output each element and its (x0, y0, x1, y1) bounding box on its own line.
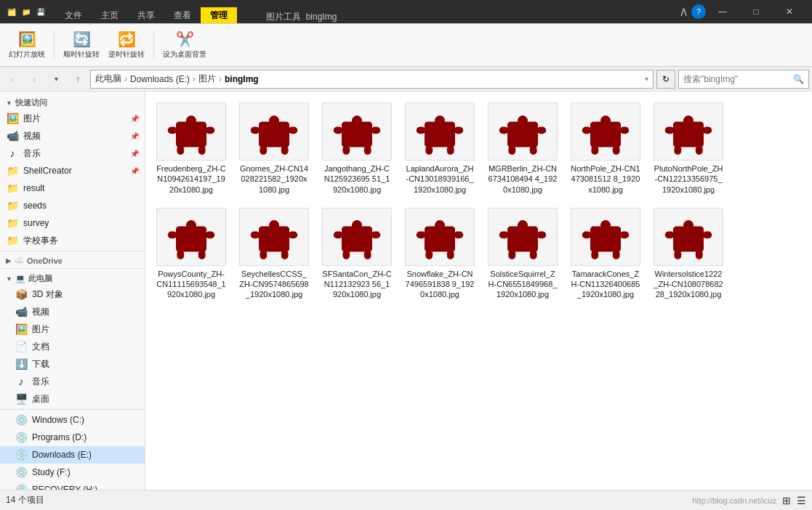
sidebar-item-music[interactable]: ♪ 音乐 📌 (0, 145, 145, 162)
view-list-icon[interactable]: ☰ (797, 495, 806, 506)
file-item[interactable]: MGRBerlin_ZH-CN6734108494 4_1920x1080.jp… (483, 97, 563, 200)
file-item[interactable]: Wintersolstice1222_ZH-CN10807868228_1920… (648, 203, 728, 305)
file-item[interactable]: NorthPole_ZH-CN1473081512 8_1920x1080.jp… (566, 97, 646, 200)
item-count: 14 个项目 (6, 494, 44, 506)
sidebar-item-musics[interactable]: ♪ 音乐 (0, 373, 145, 390)
sidebar-item-docs[interactable]: 📄 文档 (0, 338, 145, 355)
ribbon-btn-1[interactable]: 🖼️ 幻灯片放映 (9, 31, 45, 60)
file-name: SolsticeSquirrel_ZH-CN6551849968_1920x10… (488, 269, 558, 300)
sidebar-item-result-label: result (23, 183, 139, 193)
file-item[interactable]: Snowflake_ZH-CN7496591838 9_1920x1080.jp… (400, 203, 480, 305)
file-thumbnail (654, 102, 723, 161)
file-item[interactable]: Gnomes_ZH-CN14028221582_1920x1080.jpg (234, 97, 314, 200)
sidebar-item-h[interactable]: 💿 RECOVERY (H:) (0, 481, 145, 490)
svg-rect-16 (342, 145, 350, 155)
file-thumbnail (322, 208, 392, 266)
sidebar-item-3d[interactable]: 📦 3D 对象 (0, 286, 145, 303)
downloads-icon: ⬇️ (15, 358, 28, 370)
file-item[interactable]: SeychellesCCSS_ZH-CN9574865698_1920x1080… (234, 203, 314, 305)
thispc-chevron: ▼ (6, 275, 12, 283)
svg-rect-8 (289, 126, 298, 134)
ribbon-btn-2[interactable]: 🔄 顺时针旋转 (63, 31, 100, 60)
ribbon-btn-4[interactable]: ✂️ 设为桌面背景 (163, 31, 206, 60)
musics-icon: ♪ (15, 376, 28, 387)
sidebar-item-school[interactable]: 📁 学校事务 (0, 232, 145, 249)
sidebar-item-pics[interactable]: 🖼️ 图片 (0, 320, 145, 338)
refresh-button[interactable]: ↻ (656, 70, 675, 89)
ribbon-collapse-btn[interactable]: ∧ (679, 4, 688, 20)
tab-share[interactable]: 共享 (128, 7, 164, 23)
sidebar-item-downloads[interactable]: ⬇️ 下载 (0, 355, 145, 373)
onedrive-section[interactable]: ▶ ☁️ OneDrive (0, 253, 145, 267)
file-thumbnail (405, 208, 475, 266)
file-item[interactable]: SFSantaCon_ZH-CN112132923 56_1920x1080.j… (317, 203, 397, 305)
address-bar[interactable]: 此电脑 › Downloads (E:) › 图片 › bingImg ▾ (90, 70, 654, 89)
ribbon-tabs: 文件 主页 共享 查看 管理 (52, 0, 237, 23)
sidebar-item-shellcreator[interactable]: 📁 ShellCreator 📌 (0, 162, 145, 179)
pictures-icon: 🖼️ (6, 113, 19, 124)
svg-rect-10 (260, 145, 267, 155)
pin-icon-0: 📌 (130, 115, 139, 123)
maximize-button[interactable]: □ (739, 0, 773, 23)
file-thumbnail (571, 102, 640, 161)
file-item[interactable]: PlutoNorthPole_ZH-CN12213356975_1920x108… (648, 97, 728, 200)
svg-rect-40 (674, 145, 681, 155)
svg-rect-63 (417, 232, 426, 239)
file-item[interactable]: Freudenberg_ZH-CN10942614197_1920x1080.j… (151, 97, 231, 200)
tab-view[interactable]: 查看 (164, 7, 201, 23)
pics-icon: 🖼️ (15, 323, 28, 335)
music-icon: ♪ (6, 147, 19, 159)
svg-rect-46 (177, 251, 184, 260)
svg-rect-20 (454, 126, 464, 134)
sidebar-item-c[interactable]: 💿 Windows (C:) (0, 411, 145, 429)
file-item[interactable]: SolsticeSquirrel_ZH-CN6551849968_1920x10… (483, 203, 563, 305)
shellcreator-icon: 📁 (6, 165, 19, 177)
sidebar-item-e[interactable]: 💿 Downloads (E:) (0, 446, 145, 464)
file-item[interactable]: PowysCounty_ZH-CN11115693548_1920x1080.j… (151, 203, 231, 305)
sidebar-item-d[interactable]: 💿 Programs (D:) (0, 429, 145, 446)
recent-locations-button[interactable]: ▾ (47, 70, 65, 89)
tab-home[interactable]: 主页 (92, 7, 128, 23)
sidebar-item-seeds[interactable]: 📁 seeds (0, 197, 145, 214)
title-bar: 🗂️ 📁 💾 文件 主页 共享 查看 管理 图片工具 bingImg ∧ ? —… (0, 0, 812, 23)
back-button[interactable]: ‹ (3, 70, 22, 89)
app-name: 图片工具 bingImg (266, 11, 337, 23)
svg-rect-44 (206, 232, 215, 239)
svg-rect-3 (168, 126, 177, 134)
up-button[interactable]: ↑ (68, 70, 87, 89)
thispc-section[interactable]: ▼ 💻 此电脑 (0, 270, 145, 286)
sidebar-item-survey[interactable]: 📁 survey (0, 214, 145, 232)
forward-button[interactable]: › (25, 70, 44, 89)
search-input[interactable] (683, 74, 790, 84)
close-button[interactable]: ✕ (773, 0, 806, 23)
tab-manage[interactable]: 管理 (201, 7, 237, 23)
svg-rect-21 (417, 126, 426, 134)
svg-rect-77 (613, 251, 620, 260)
address-dropdown[interactable]: ▾ (645, 75, 648, 83)
svg-rect-26 (537, 126, 547, 134)
minimize-button[interactable]: — (706, 0, 739, 23)
ribbon-btn-3[interactable]: 🔁 逆时针旋转 (108, 31, 145, 60)
file-item[interactable]: LaplandAurora_ZH-CN13018939166_1920x1080… (400, 97, 480, 200)
sidebar-item-f[interactable]: 💿 Study (F:) (0, 464, 145, 481)
user-icon[interactable]: ? (691, 4, 706, 19)
sidebar-item-pictures[interactable]: 🖼️ 图片 📌 (0, 110, 145, 127)
file-name: LaplandAurora_ZH-CN13018939166_1920x1080… (405, 163, 475, 195)
view-tiles-icon[interactable]: ⊞ (782, 495, 791, 506)
svg-rect-82 (674, 251, 681, 260)
file-name: MGRBerlin_ZH-CN6734108494 4_1920x1080.jp… (488, 163, 558, 195)
file-name: Jangothang_ZH-CN125923695 51_1920x1080.j… (322, 163, 392, 195)
tab-file[interactable]: 文件 (55, 7, 92, 23)
file-item[interactable]: TamarackCones_ZH-CN11326400685_1920x1080… (566, 203, 646, 305)
search-box[interactable]: 🔍 (678, 70, 809, 89)
svg-point-61 (435, 220, 445, 230)
thispc-label: 此电脑 (28, 273, 52, 284)
sidebar-item-desktop[interactable]: 🖥️ 桌面 (0, 390, 145, 408)
sidebar-item-shellcreator-label: ShellCreator (23, 166, 126, 176)
sidebar-item-result[interactable]: 📁 result (0, 179, 145, 197)
file-item[interactable]: Jangothang_ZH-CN125923695 51_1920x1080.j… (317, 97, 397, 200)
sidebar-item-videos[interactable]: 📹 视频 (0, 303, 145, 320)
svg-point-25 (518, 116, 528, 126)
pin-icon-3: 📌 (130, 167, 139, 175)
sidebar-item-video[interactable]: 📹 视频 📌 (0, 127, 145, 145)
